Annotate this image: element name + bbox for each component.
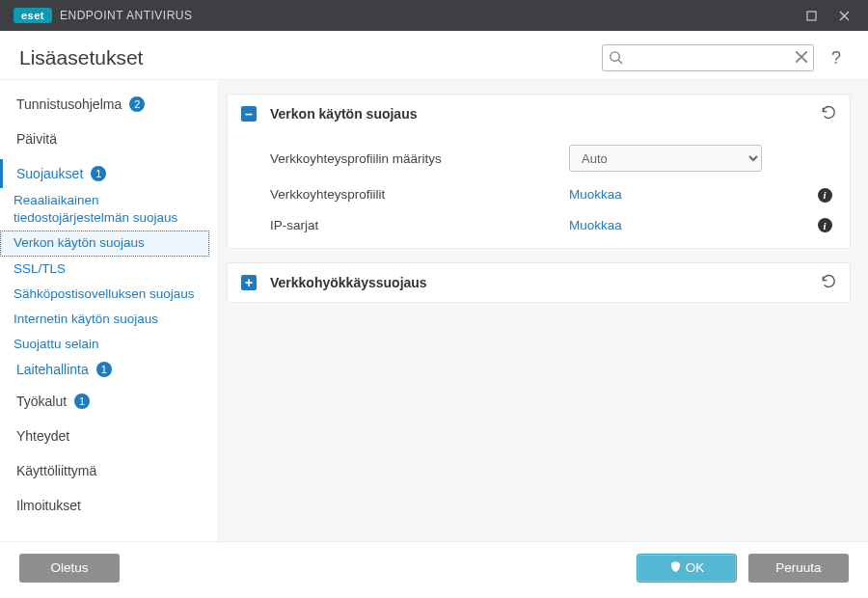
panel-header-network-protection[interactable]: – Verkon käytön suojaus	[228, 95, 850, 133]
row-label: IP-sarjat	[270, 218, 569, 232]
info-icon[interactable]: i	[815, 218, 834, 233]
badge: 1	[74, 394, 90, 409]
window-close-icon[interactable]	[827, 0, 860, 31]
sidebar: Tunnistusohjelma 2 Päivitä Suojaukset 1 …	[0, 80, 217, 541]
sidebar-item-label: Suojaukset	[16, 166, 83, 181]
sidebar-item-label: Ilmoitukset	[16, 498, 81, 513]
sidebar-item-ui[interactable]: Käyttöliittymä	[0, 456, 209, 485]
sidebar-sub-ssl-tls[interactable]: SSL/TLS	[0, 257, 209, 282]
ok-button[interactable]: OK	[637, 554, 737, 583]
header: Lisäasetukset ?	[0, 31, 868, 80]
info-icon[interactable]: i	[815, 187, 834, 203]
row-label: Verkkoyhteysprofiilit	[270, 187, 569, 202]
titlebar: eset ENDPOINT ANTIVIRUS	[0, 0, 868, 31]
row-profiles: Verkkoyhteysprofiilit Muokkaa i	[228, 179, 850, 210]
sidebar-item-label: Laitehallinta	[16, 362, 89, 377]
help-icon[interactable]: ?	[824, 48, 849, 68]
profile-assignment-select[interactable]: Auto	[569, 145, 762, 172]
panel-header-network-attack-protection[interactable]: + Verkkohyökkäyssuojaus	[228, 263, 850, 302]
sidebar-sub-secure-browser[interactable]: Suojattu selain	[0, 332, 209, 357]
expand-icon: +	[241, 275, 257, 290]
sidebar-item-label: Työkalut	[16, 394, 67, 409]
sidebar-sub-device-control[interactable]: Laitehallinta 1	[0, 358, 209, 381]
sidebar-sub-network-protection[interactable]: Verkon käytön suojaus	[0, 231, 209, 256]
svg-line-4	[618, 60, 622, 64]
svg-point-3	[610, 52, 619, 61]
sidebar-item-update[interactable]: Päivitä	[0, 124, 209, 153]
row-ip-sets: IP-sarjat Muokkaa i	[228, 210, 850, 241]
default-button[interactable]: Oletus	[19, 554, 120, 583]
page-title: Lisäasetukset	[19, 46, 143, 69]
sidebar-item-notifications[interactable]: Ilmoitukset	[0, 491, 209, 520]
sidebar-item-label: Käyttöliittymä	[16, 463, 96, 478]
search-icon	[609, 50, 623, 68]
edit-ipsets-link[interactable]: Muokkaa	[569, 218, 622, 232]
edit-profiles-link[interactable]: Muokkaa	[569, 187, 622, 202]
sidebar-item-protections[interactable]: Suojaukset 1	[0, 159, 209, 188]
cancel-button[interactable]: Peruuta	[748, 554, 849, 583]
collapse-icon: –	[241, 106, 257, 122]
row-profile-assignment: Verkkoyhteysprofiilin määritys Auto	[228, 137, 850, 179]
window-maximize-icon[interactable]	[795, 0, 827, 31]
search-wrap	[602, 44, 814, 71]
search-input[interactable]	[602, 44, 814, 71]
panel-title: Verkon käytön suojaus	[270, 106, 418, 122]
sidebar-item-connections[interactable]: Yhteydet	[0, 421, 209, 450]
main-content: – Verkon käytön suojaus Verkkoyhteysprof…	[217, 80, 868, 541]
panel-title: Verkkohyökkäyssuojaus	[270, 275, 427, 290]
ok-label: OK	[686, 560, 705, 575]
undo-icon[interactable]	[820, 273, 836, 292]
brand-badge: eset	[14, 8, 52, 23]
row-label: Verkkoyhteysprofiilin määritys	[270, 151, 569, 166]
sidebar-item-tools[interactable]: Työkalut 1	[0, 387, 209, 416]
svg-rect-0	[807, 12, 816, 20]
clear-search-icon[interactable]	[795, 50, 808, 68]
sidebar-sub-email-client[interactable]: Sähköpostisovelluksen suojaus	[0, 282, 209, 307]
shield-icon	[669, 560, 682, 576]
sidebar-sub-web-access[interactable]: Internetin käytön suojaus	[0, 307, 209, 332]
badge: 2	[129, 96, 145, 112]
panel-network-protection: – Verkon käytön suojaus Verkkoyhteysprof…	[227, 94, 851, 249]
undo-icon[interactable]	[820, 104, 836, 123]
sidebar-sub-realtime-fs[interactable]: Reaaliaikainen tiedostojärjestelmän suoj…	[0, 188, 209, 231]
badge: 1	[91, 166, 106, 181]
panel-network-attack-protection: + Verkkohyökkäyssuojaus	[227, 262, 851, 303]
sidebar-item-label: Yhteydet	[16, 428, 69, 444]
sidebar-item-label: Tunnistusohjelma	[16, 96, 122, 112]
sidebar-item-detection-engine[interactable]: Tunnistusohjelma 2	[0, 90, 209, 119]
badge: 1	[96, 362, 112, 377]
footer: Oletus OK Peruuta	[0, 541, 868, 593]
product-name: ENDPOINT ANTIVIRUS	[60, 9, 192, 22]
sidebar-item-label: Päivitä	[16, 131, 57, 147]
